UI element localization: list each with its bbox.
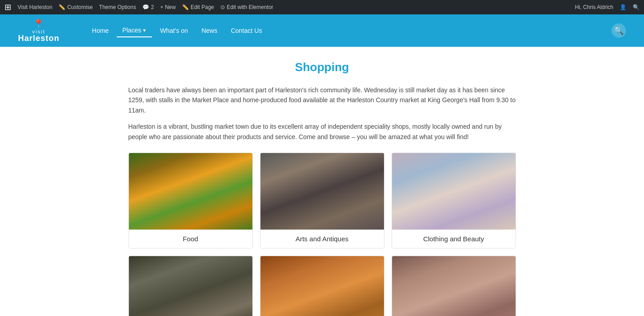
admin-search-icon[interactable]: 🔍 (633, 4, 639, 10)
grid-label-food: Food (129, 230, 252, 248)
logo-harleston-text: Harleston (18, 34, 59, 42)
admin-edit-elementor[interactable]: ⊙ Edit with Elementor (220, 4, 273, 10)
chevron-down-icon: ▼ (142, 28, 146, 33)
admin-site-name[interactable]: Visit Harleston (18, 4, 52, 10)
page-description-1: Local traders have always been an import… (128, 85, 516, 115)
admin-hi-user: Hi, Chris Aldrich (575, 4, 613, 10)
grid-item-food[interactable]: Food (128, 153, 253, 248)
pencil-icon: ✏️ (59, 4, 65, 10)
admin-new[interactable]: + New (160, 4, 176, 10)
grid-image-charity (392, 256, 516, 316)
main-nav: Home Places ▼ What's on News Contact Us (87, 24, 267, 37)
grid-image-food (129, 153, 252, 230)
admin-comments[interactable]: 💬 2 (142, 4, 154, 10)
nav-home[interactable]: Home (87, 24, 114, 37)
nav-news[interactable]: News (196, 24, 223, 37)
admin-user-icon[interactable]: 👤 (620, 4, 626, 10)
nav-search-container: 🔍 (612, 23, 626, 38)
nav-places[interactable]: Places ▼ (117, 24, 152, 37)
edit-icon: ✏️ (182, 4, 189, 10)
page-description-2: Harleston is a vibrant, bustling market … (128, 122, 516, 142)
grid-image-arts (260, 153, 384, 230)
grid-label-arts: Arts and Antiques (260, 230, 384, 248)
search-icon[interactable]: 🔍 (612, 23, 626, 38)
page-title: Shopping (128, 60, 516, 74)
admin-bar: ⊞ Visit Harleston ✏️ Customise Theme Opt… (0, 0, 644, 14)
pin-icon: 📍 (33, 19, 45, 28)
admin-customise[interactable]: ✏️ Customise (59, 4, 93, 10)
grid-item-charity[interactable]: Charity Shops (392, 256, 516, 316)
admin-theme-options[interactable]: Theme Options (99, 4, 136, 10)
admin-edit-page[interactable]: ✏️ Edit Page (182, 4, 214, 10)
nav-whats-on[interactable]: What's on (155, 24, 193, 37)
grid-item-arts[interactable]: Arts and Antiques (260, 153, 384, 248)
elementor-icon: ⊙ (220, 4, 225, 10)
wp-logo-icon[interactable]: ⊞ (5, 2, 11, 12)
grid-item-household[interactable]: Household and DIY (128, 256, 253, 316)
nav-contact[interactable]: Contact Us (225, 24, 267, 37)
shopping-grid: FoodArts and AntiquesClothing and Beauty… (128, 153, 516, 316)
grid-item-specialist[interactable]: Specialist (260, 256, 384, 316)
grid-item-clothing[interactable]: Clothing and Beauty (392, 153, 516, 248)
main-content: Shopping Local traders have always been … (119, 47, 525, 316)
nav-bar: 📍 visit Harleston Home Places ▼ What's o… (0, 14, 644, 47)
grid-label-clothing: Clothing and Beauty (392, 230, 516, 248)
grid-image-clothing (392, 153, 516, 230)
grid-image-specialist (260, 256, 384, 316)
grid-image-household (129, 256, 252, 316)
logo-visit-text: visit (32, 29, 46, 34)
comment-icon: 💬 (142, 4, 149, 10)
site-logo[interactable]: 📍 visit Harleston (18, 19, 59, 42)
